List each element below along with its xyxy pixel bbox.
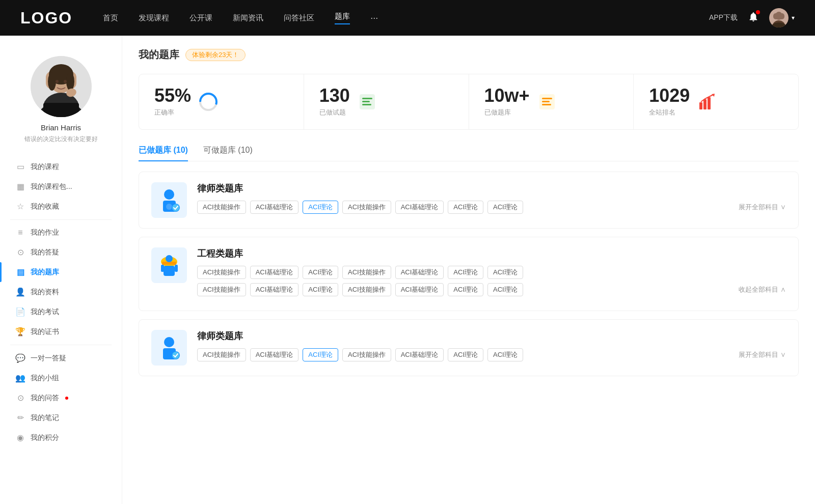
tag-2-3[interactable]: ACI技能操作 <box>342 348 391 361</box>
tag-1-0[interactable]: ACI技能操作 <box>197 266 246 279</box>
bank-body-1: 工程类题库 ACI技能操作 ACI基础理论 ACI理论 ACI技能操作 ACI基… <box>197 247 786 300</box>
sidebar-item-homework[interactable]: ≡ 我的作业 <box>0 223 122 242</box>
qa-icon: ⊙ <box>15 247 25 257</box>
tag-1b-3[interactable]: ACI技能操作 <box>342 283 391 296</box>
tag-1b-0[interactable]: ACI技能操作 <box>197 283 246 296</box>
svg-rect-28 <box>699 102 702 109</box>
tag-0-6[interactable]: ACI理论 <box>487 201 523 214</box>
sidebar-item-course-packages[interactable]: ▦ 我的课程包... <box>0 177 122 197</box>
tag-1-3[interactable]: ACI技能操作 <box>342 266 391 279</box>
notification-bell[interactable] <box>748 11 759 24</box>
sidebar-item-my-data[interactable]: 👤 我的资料 <box>0 282 122 302</box>
tag-2-2[interactable]: ACI理论 <box>303 348 338 361</box>
user-avatar-wrap[interactable]: ▾ <box>769 8 795 27</box>
page-title: 我的题库 <box>139 48 179 62</box>
done-questions-icon <box>357 92 377 112</box>
data-icon: 👤 <box>15 287 25 297</box>
sidebar-item-question-bank[interactable]: ▤ 我的题库 <box>0 262 122 282</box>
profile-section: Brian Harris 错误的决定比没有决定要好 <box>0 46 122 149</box>
done-banks-label: 已做题库 <box>484 108 530 117</box>
collapse-link-1[interactable]: 收起全部科目 ∧ <box>739 285 786 294</box>
bank-card-1: 工程类题库 ACI技能操作 ACI基础理论 ACI理论 ACI技能操作 ACI基… <box>139 237 799 311</box>
site-rank-icon <box>697 92 717 112</box>
sidebar-item-favorites[interactable]: ☆ 我的收藏 <box>0 197 122 216</box>
tag-1b-5[interactable]: ACI理论 <box>448 283 483 296</box>
courses-icon: ▭ <box>15 162 25 172</box>
stat-site-rank: 1029 全站排名 <box>634 74 798 129</box>
correct-rate-value: 55% <box>154 87 191 105</box>
profile-motto: 错误的决定比没有决定要好 <box>24 135 98 144</box>
site-rank-value: 1029 <box>649 87 690 105</box>
tag-2-5[interactable]: ACI理论 <box>448 348 483 361</box>
tag-1b-2[interactable]: ACI理论 <box>303 283 338 296</box>
tag-2-0[interactable]: ACI技能操作 <box>197 348 246 361</box>
done-questions-label: 已做试题 <box>319 108 350 117</box>
svg-point-39 <box>166 255 173 262</box>
svg-rect-29 <box>703 99 707 109</box>
tag-1-2[interactable]: ACI理论 <box>303 266 338 279</box>
menu-divider-1 <box>10 219 112 220</box>
tag-0-2[interactable]: ACI理论 <box>303 201 338 214</box>
stat-done-questions: 130 已做试题 <box>304 74 469 129</box>
nav-qa[interactable]: 问答社区 <box>284 13 314 23</box>
stat-correct-rate: 55% 正确率 <box>139 74 304 129</box>
svg-rect-21 <box>362 98 372 99</box>
tag-1-5[interactable]: ACI理论 <box>448 266 483 279</box>
app-download-link[interactable]: APP下载 <box>709 13 738 22</box>
sidebar-item-1to1-qa[interactable]: 💬 一对一答疑 <box>0 348 122 368</box>
nav-question-bank[interactable]: 题库 <box>335 12 350 24</box>
logo[interactable]: LOGO <box>20 9 72 27</box>
onetoone-icon: 💬 <box>15 353 25 363</box>
done-banks-icon <box>537 92 557 112</box>
sidebar-item-group[interactable]: 👥 我的小组 <box>0 368 122 388</box>
nav-home[interactable]: 首页 <box>103 13 118 23</box>
expand-link-0[interactable]: 展开全部科目 ∨ <box>739 203 786 212</box>
tag-2-1[interactable]: ACI基础理论 <box>250 348 299 361</box>
tab-done-banks[interactable]: 已做题库 (10) <box>139 145 188 161</box>
svg-rect-25 <box>542 98 552 99</box>
stats-row: 55% 正确率 130 已做试题 <box>139 74 799 130</box>
expand-link-2[interactable]: 展开全部科目 ∨ <box>739 350 786 359</box>
tab-available-banks[interactable]: 可做题库 (10) <box>203 145 253 161</box>
correct-rate-label: 正确率 <box>154 108 191 117</box>
tag-0-4[interactable]: ACI基础理论 <box>395 201 444 214</box>
svg-rect-26 <box>542 101 550 102</box>
questions-icon: ⊙ <box>15 393 25 403</box>
nav-more[interactable]: ··· <box>370 13 378 23</box>
tag-1-6[interactable]: ACI理论 <box>487 266 523 279</box>
tag-1-1[interactable]: ACI基础理论 <box>250 266 299 279</box>
nav-open-course[interactable]: 公开课 <box>189 13 212 23</box>
tag-0-0[interactable]: ACI技能操作 <box>197 201 246 214</box>
user-dropdown-chevron: ▾ <box>792 14 795 21</box>
svg-rect-27 <box>542 104 551 105</box>
sidebar-item-certificate[interactable]: 🏆 我的证书 <box>0 322 122 342</box>
tag-1b-6[interactable]: ACI理论 <box>487 283 523 296</box>
profile-avatar <box>31 56 92 117</box>
sidebar-item-questions[interactable]: ⊙ 我的问答 <box>0 388 122 408</box>
sidebar-item-points[interactable]: ◉ 我的积分 <box>0 428 122 447</box>
tag-2-4[interactable]: ACI基础理论 <box>395 348 444 361</box>
favorites-icon: ☆ <box>15 202 25 211</box>
sidebar-item-notes[interactable]: ✏ 我的笔记 <box>0 408 122 428</box>
bank-card-0: 律师类题库 ACI技能操作 ACI基础理论 ACI理论 ACI技能操作 ACI基… <box>139 172 799 229</box>
points-icon: ◉ <box>15 433 25 442</box>
sidebar-item-my-courses[interactable]: ▭ 我的课程 <box>0 157 122 177</box>
cert-icon: 🏆 <box>15 327 25 337</box>
tag-0-1[interactable]: ACI基础理论 <box>250 201 299 214</box>
tag-1b-1[interactable]: ACI基础理论 <box>250 283 299 296</box>
navbar: LOGO 首页 发现课程 公开课 新闻资讯 问答社区 题库 ··· APP下载 <box>0 0 815 36</box>
nav-courses[interactable]: 发现课程 <box>139 13 169 23</box>
tag-0-3[interactable]: ACI技能操作 <box>342 201 391 214</box>
bank-card-2: 律师类题库 ACI技能操作 ACI基础理论 ACI理论 ACI技能操作 ACI基… <box>139 319 799 376</box>
svg-rect-30 <box>708 97 711 109</box>
homework-icon: ≡ <box>15 228 25 237</box>
tag-1b-4[interactable]: ACI基础理论 <box>395 283 444 296</box>
tag-0-5[interactable]: ACI理论 <box>448 201 483 214</box>
nav-news[interactable]: 新闻资讯 <box>233 13 263 23</box>
sidebar-item-my-qa[interactable]: ⊙ 我的答疑 <box>0 242 122 262</box>
user-avatar <box>769 8 789 27</box>
exam-icon: 📄 <box>15 307 25 317</box>
sidebar-item-exam[interactable]: 📄 我的考试 <box>0 302 122 322</box>
tag-2-6[interactable]: ACI理论 <box>487 348 523 361</box>
tag-1-4[interactable]: ACI基础理论 <box>395 266 444 279</box>
